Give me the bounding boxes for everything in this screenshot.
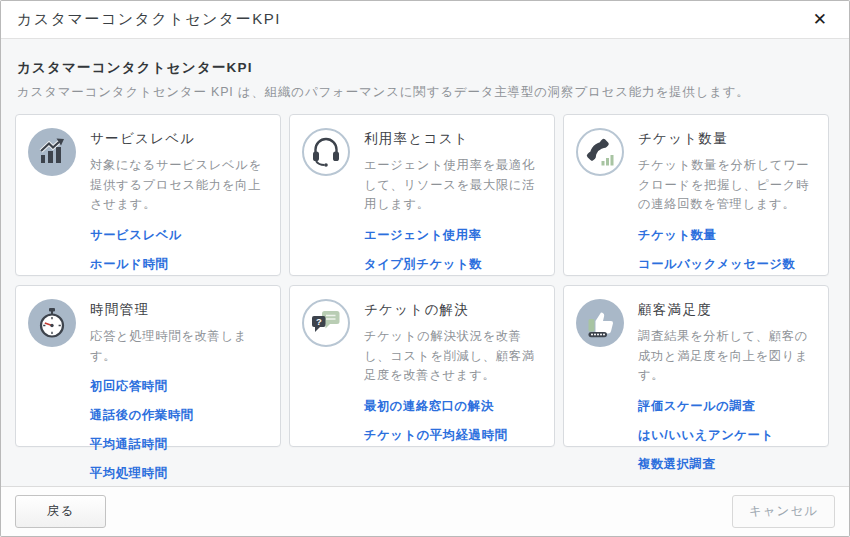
card-link[interactable]: はい/いいえアンケート <box>638 427 816 444</box>
kpi-card: サービスレベル 対象になるサービスレベルを提供するプロセス能力を向上させます。 … <box>15 114 281 276</box>
svg-text:?: ? <box>316 316 322 327</box>
back-button[interactable]: 戻る <box>15 495 106 528</box>
kpi-card: 利用率とコスト エージェント使用率を最適化して、リソースを最大限に活用します。 … <box>289 114 555 276</box>
card-title: 利用率とコスト <box>364 130 542 148</box>
bar-chart-trend-icon <box>28 128 76 176</box>
card-title: チケット数量 <box>638 130 816 148</box>
card-title: サービスレベル <box>90 130 268 148</box>
card-description: エージェント使用率を最適化して、リソースを最大限に活用します。 <box>364 156 542 215</box>
card-link[interactable]: 平均処理時間 <box>90 465 268 482</box>
card-link[interactable]: ホールド時間 <box>90 256 268 273</box>
dialog-body: カスタマーコンタクトセンターKPI カスタマーコンタクトセンター KPI は、組… <box>1 39 849 486</box>
kpi-dialog: カスタマーコンタクトセンターKPI ✕ カスタマーコンタクトセンターKPI カス… <box>0 0 850 537</box>
card-content: 顧客満足度 調査結果を分析して、顧客の成功と満足度を向上を図ります。 評価スケー… <box>638 299 816 473</box>
card-link[interactable]: 複数選択調査 <box>638 456 816 473</box>
dialog-title: カスタマーコンタクトセンターKPI <box>17 10 281 29</box>
headset-icon <box>302 128 350 176</box>
card-link[interactable]: コールバックメッセージ数 <box>638 256 816 273</box>
card-link[interactable]: タイプ別チケット数 <box>364 256 542 273</box>
card-title: チケットの解決 <box>364 301 542 319</box>
dialog-footer: 戻る キャンセル <box>1 486 849 536</box>
card-link[interactable]: 最初の連絡窓口の解決 <box>364 398 542 415</box>
card-link[interactable]: 平均通話時間 <box>90 436 268 453</box>
card-description: チケットの解決状況を改善し、コストを削減し、顧客満足度を改善させます。 <box>364 327 542 386</box>
card-content: 時間管理 応答と処理時間を改善します。 初回応答時間通話後の作業時間平均通話時間… <box>90 299 268 482</box>
kpi-card: 時間管理 応答と処理時間を改善します。 初回応答時間通話後の作業時間平均通話時間… <box>15 285 281 447</box>
card-description: 応答と処理時間を改善します。 <box>90 327 268 366</box>
card-link[interactable]: チケットの平均経過時間 <box>364 427 542 444</box>
card-description: チケット数量を分析してワークロードを把握し、ピーク時の連絡回数を管理します。 <box>638 156 816 215</box>
thumbs-up-icon <box>576 299 624 347</box>
card-content: チケット数量 チケット数量を分析してワークロードを把握し、ピーク時の連絡回数を管… <box>638 128 816 302</box>
card-title: 時間管理 <box>90 301 268 319</box>
card-links: 最初の連絡窓口の解決チケットの平均経過時間 <box>364 398 542 444</box>
card-link[interactable]: 初回応答時間 <box>90 378 268 395</box>
card-link[interactable]: 評価スケールの調査 <box>638 398 816 415</box>
card-content: チケットの解決 チケットの解決状況を改善し、コストを削減し、顧客満足度を改善させ… <box>364 299 542 444</box>
kpi-card: チケット数量 チケット数量を分析してワークロードを把握し、ピーク時の連絡回数を管… <box>563 114 829 276</box>
section-title: カスタマーコンタクトセンターKPI <box>17 59 835 77</box>
close-icon[interactable]: ✕ <box>809 7 831 32</box>
card-link[interactable]: 通話後の作業時間 <box>90 407 268 424</box>
card-link[interactable]: チケット数量 <box>638 227 816 244</box>
card-title: 顧客満足度 <box>638 301 816 319</box>
stopwatch-icon <box>28 299 76 347</box>
dialog-titlebar: カスタマーコンタクトセンターKPI ✕ <box>1 1 849 39</box>
kpi-card-grid: サービスレベル 対象になるサービスレベルを提供するプロセス能力を向上させます。 … <box>15 114 835 447</box>
card-description: 対象になるサービスレベルを提供するプロセス能力を向上させます。 <box>90 156 268 215</box>
kpi-card: ? チケットの解決 チケットの解決状況を改善し、コストを削減し、顧客満足度を改善… <box>289 285 555 447</box>
cancel-button[interactable]: キャンセル <box>732 495 835 528</box>
phone-volume-icon <box>576 128 624 176</box>
card-link[interactable]: サービスレベル <box>90 227 268 244</box>
card-links: 評価スケールの調査はい/いいえアンケート複数選択調査 <box>638 398 816 473</box>
card-description: 調査結果を分析して、顧客の成功と満足度を向上を図ります。 <box>638 327 816 386</box>
card-links: 初回応答時間通話後の作業時間平均通話時間平均処理時間 <box>90 378 268 482</box>
section-description: カスタマーコンタクトセンター KPI は、組織のパフォーマンスに関するデータ主導… <box>17 84 835 101</box>
kpi-card: 顧客満足度 調査結果を分析して、顧客の成功と満足度を向上を図ります。 評価スケー… <box>563 285 829 447</box>
card-link[interactable]: エージェント使用率 <box>364 227 542 244</box>
chat-question-icon: ? <box>302 299 350 347</box>
